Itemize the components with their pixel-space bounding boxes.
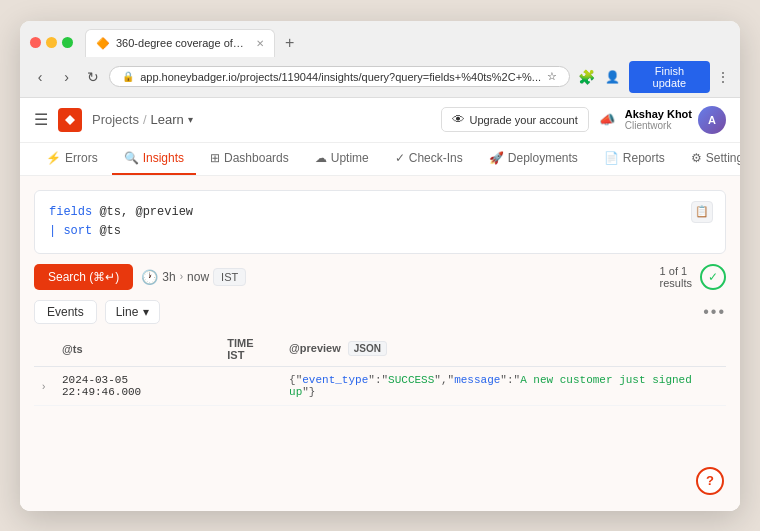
- chevron-down-icon: ▾: [143, 305, 149, 319]
- tab-uptime-label: Uptime: [331, 151, 369, 165]
- tab-insights[interactable]: 🔍 Insights: [112, 143, 196, 175]
- breadcrumb: Projects / Learn ▾: [92, 112, 193, 127]
- url-bar[interactable]: 🔒 app.honeybadger.io/projects/119044/ins…: [109, 66, 570, 87]
- notification-icon[interactable]: 📣: [599, 112, 615, 127]
- table-body: › 2024-03-05 22:49:46.000 {"event_type":…: [34, 366, 726, 405]
- upgrade-account-button[interactable]: 👁 Upgrade your account: [441, 107, 589, 132]
- col-time-ist: TIME IST: [219, 332, 281, 367]
- time-duration[interactable]: 3h: [162, 270, 175, 284]
- tab-checkins[interactable]: ✓ Check-Ins: [383, 143, 475, 175]
- question-mark-icon: ?: [706, 473, 714, 488]
- preview-cell: {"event_type":"SUCCESS","message":"A new…: [281, 366, 726, 405]
- query-line-2: | sort @ts: [49, 222, 711, 241]
- help-button[interactable]: ?: [696, 467, 724, 495]
- checkins-icon: ✓: [395, 151, 405, 165]
- app-content: ☰ Projects / Learn ▾ 👁 Upgrade your acco…: [20, 98, 740, 511]
- line-select[interactable]: Line ▾: [105, 300, 161, 324]
- result-info: 1 of 1 results ✓: [660, 264, 726, 290]
- colon-2: ":": [500, 374, 520, 386]
- reload-button[interactable]: ↻: [83, 66, 103, 88]
- finish-update-label: Finish update: [639, 65, 700, 89]
- maximize-button[interactable]: [62, 37, 73, 48]
- time-controls: 🕐 3h › now IST: [141, 268, 246, 286]
- tab-deployments[interactable]: 🚀 Deployments: [477, 143, 590, 175]
- tab-checkins-label: Check-Ins: [409, 151, 463, 165]
- traffic-lights: [30, 37, 73, 48]
- row-expand-cell[interactable]: ›: [34, 366, 54, 405]
- json-val-success: SUCCESS: [388, 374, 434, 386]
- user-name: Akshay Khot: [625, 108, 692, 120]
- avatar[interactable]: A: [698, 106, 726, 134]
- table-header: @ts TIME IST @preview JSON: [34, 332, 726, 367]
- json-key-message: message: [454, 374, 500, 386]
- query-line-1: fields @ts, @preview: [49, 203, 711, 222]
- insights-icon: 🔍: [124, 151, 139, 165]
- query-vars-1: @ts, @preview: [99, 205, 193, 219]
- tab-reports[interactable]: 📄 Reports: [592, 143, 677, 175]
- search-bar-row: Search (⌘↵) 🕐 3h › now IST 1 of 1 result…: [34, 264, 726, 290]
- finish-update-button[interactable]: Finish update: [629, 61, 710, 93]
- search-button[interactable]: Search (⌘↵): [34, 264, 133, 290]
- tab-errors[interactable]: ⚡ Errors: [34, 143, 110, 175]
- title-bar: 🔶 360-degree coverage of erro... ✕ +: [20, 21, 740, 57]
- user-info: Akshay Khot Clientwork A: [625, 106, 726, 134]
- tab-bar: 🔶 360-degree coverage of erro... ✕ +: [85, 29, 730, 57]
- browser-menu-icon[interactable]: ⋮: [716, 69, 730, 85]
- open-brace: {": [289, 374, 302, 386]
- tab-favicon: 🔶: [96, 37, 110, 50]
- clock-icon[interactable]: 🕐: [141, 269, 158, 285]
- close-brace: "}: [302, 386, 315, 398]
- expand-icon[interactable]: ›: [42, 381, 45, 392]
- more-options-button[interactable]: •••: [703, 303, 726, 321]
- active-tab[interactable]: 🔶 360-degree coverage of erro... ✕: [85, 29, 275, 57]
- reports-icon: 📄: [604, 151, 619, 165]
- search-button-label: Search (⌘↵): [48, 270, 119, 284]
- eye-icon: 👁: [452, 112, 465, 127]
- fields-keyword: fields: [49, 205, 92, 219]
- tab-dashboards[interactable]: ⊞ Dashboards: [198, 143, 301, 175]
- timezone-badge[interactable]: IST: [213, 268, 246, 286]
- nav-tabs: ⚡ Errors 🔍 Insights ⊞ Dashboards ☁ Uptim…: [20, 143, 740, 176]
- result-label: results: [660, 277, 692, 289]
- json-badge: JSON: [348, 341, 387, 356]
- query-code: fields @ts, @preview | sort @ts: [49, 203, 711, 241]
- nav-bar: ‹ › ↻ 🔒 app.honeybadger.io/projects/1190…: [20, 57, 740, 97]
- success-check-icon: ✓: [700, 264, 726, 290]
- extensions-button[interactable]: 🧩: [576, 66, 596, 88]
- line-label: Line: [116, 305, 139, 319]
- table-row: › 2024-03-05 22:49:46.000 {"event_type":…: [34, 366, 726, 405]
- close-button[interactable]: [30, 37, 41, 48]
- breadcrumb-projects[interactable]: Projects: [92, 112, 139, 127]
- tab-close-icon[interactable]: ✕: [256, 38, 264, 49]
- copy-query-button[interactable]: 📋: [691, 201, 713, 223]
- tab-uptime[interactable]: ☁ Uptime: [303, 143, 381, 175]
- new-tab-button[interactable]: +: [279, 32, 300, 54]
- time-now[interactable]: now: [187, 270, 209, 284]
- events-button[interactable]: Events: [34, 300, 97, 324]
- col-ts: @ts: [54, 332, 219, 367]
- table-controls: Events Line ▾ •••: [34, 300, 726, 324]
- breadcrumb-current[interactable]: Learn: [151, 112, 184, 127]
- result-count: 1 of 1 results: [660, 265, 692, 289]
- copy-icon: 📋: [695, 205, 709, 218]
- forward-button[interactable]: ›: [56, 66, 76, 88]
- breadcrumb-dropdown-icon[interactable]: ▾: [188, 114, 193, 125]
- col-expand: [34, 332, 54, 367]
- bookmark-icon[interactable]: ☆: [547, 70, 557, 83]
- tab-settings[interactable]: ⚙ Settings: [679, 143, 740, 175]
- main-content: fields @ts, @preview | sort @ts 📋 Search…: [20, 176, 740, 511]
- time-ist-cell: [219, 366, 281, 405]
- honeybadger-logo: [58, 108, 82, 132]
- browser-chrome: 🔶 360-degree coverage of erro... ✕ + ‹ ›…: [20, 21, 740, 98]
- query-box: fields @ts, @preview | sort @ts 📋: [34, 190, 726, 254]
- time-arrow-icon: ›: [180, 271, 183, 282]
- user-company: Clientwork: [625, 120, 692, 131]
- minimize-button[interactable]: [46, 37, 57, 48]
- deployments-icon: 🚀: [489, 151, 504, 165]
- profile-button[interactable]: 👤: [602, 66, 622, 88]
- tab-insights-label: Insights: [143, 151, 184, 165]
- hamburger-icon[interactable]: ☰: [34, 110, 48, 129]
- errors-icon: ⚡: [46, 151, 61, 165]
- back-button[interactable]: ‹: [30, 66, 50, 88]
- upgrade-label: Upgrade your account: [470, 114, 578, 126]
